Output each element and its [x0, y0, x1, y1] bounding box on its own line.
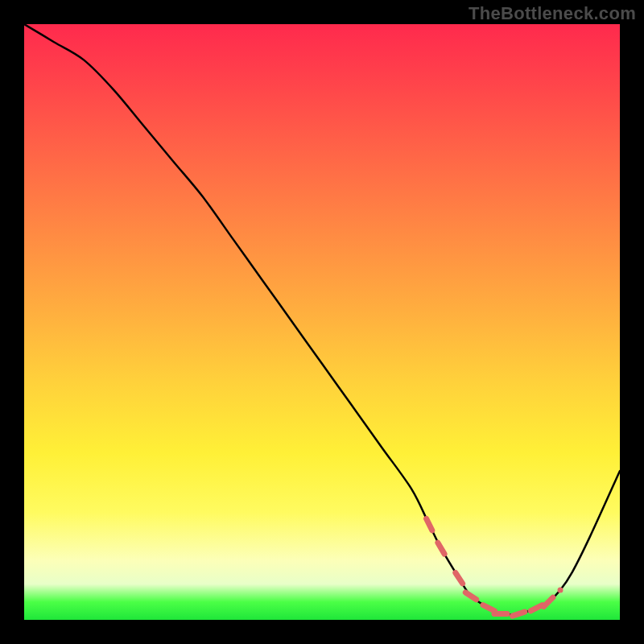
watermark-label: TheBottleneck.com — [469, 3, 636, 24]
plot-gradient-background — [24, 24, 620, 620]
chart-frame: TheBottleneck.com — [0, 0, 644, 644]
